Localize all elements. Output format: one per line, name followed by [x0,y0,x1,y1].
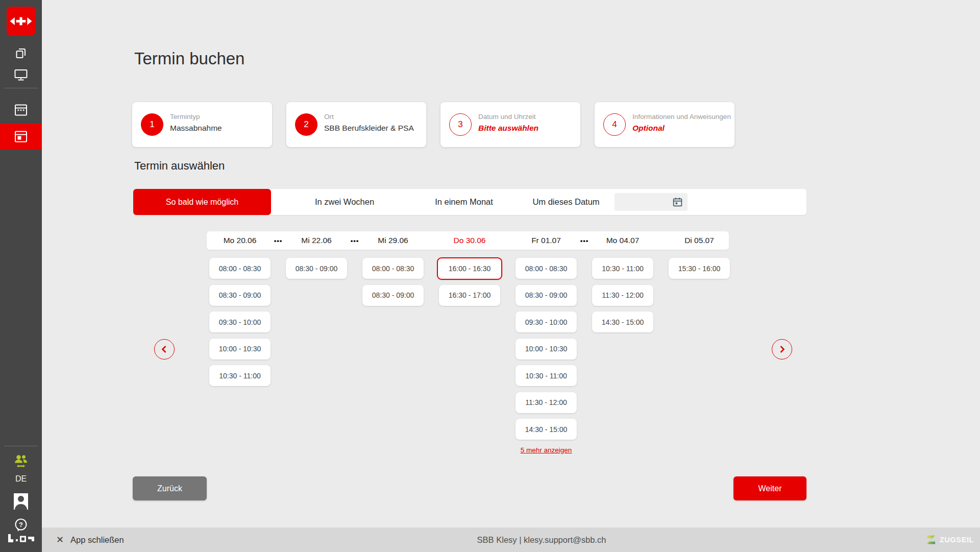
tab-in-einem-monat[interactable]: In einem Monat [435,189,493,215]
avatar[interactable] [14,493,28,510]
time-slot[interactable]: 08:00 - 08:30 [516,258,577,279]
day-header-label: Di 05.07 [684,236,714,245]
step-number-badge: 4 [603,113,626,136]
time-slot[interactable]: 10:00 - 10:30 [516,339,577,359]
step-card-informationen[interactable]: 4 Informationen und Anweisungen Optional [595,102,734,147]
time-slot[interactable]: 10:30 - 11:00 [516,365,577,386]
chevron-right-icon [777,345,787,354]
next-button[interactable]: Weiter [733,476,806,500]
back-button[interactable]: Zurück [133,476,207,500]
calendar-booking-icon [14,129,28,143]
time-slot[interactable]: 08:30 - 09:00 [516,285,577,306]
date-input[interactable] [615,193,688,211]
step-value: SBB Berufskleider & PSA [324,124,414,133]
day-column: 08:00 - 08:3008:30 - 09:0009:30 - 10:001… [209,258,271,386]
show-more-slots-link[interactable]: 5 mehr anzeigen [521,446,572,454]
language-label[interactable]: DE [0,474,42,484]
day-column: 08:00 - 08:3008:30 - 09:00 [362,258,424,306]
sidebar-divider [4,446,38,446]
time-slot[interactable]: 11:30 - 12:00 [516,392,577,413]
step-number-badge: 3 [449,113,472,136]
chevron-left-icon [160,345,169,354]
next-days-button[interactable] [772,339,792,359]
step-label: Datum und Uhrzeit [478,113,536,121]
time-slot[interactable]: 16:30 - 17:00 [439,285,500,306]
step-number-badge: 2 [295,113,317,136]
day-column: 08:00 - 08:3008:30 - 09:0009:30 - 10:001… [516,258,577,454]
day-header-label: Do 30.06 [454,236,486,245]
zugseil-z-icon [926,535,936,545]
collapsed-days-ellipsis: ••• [580,237,589,245]
app-brand-icon [7,533,36,543]
zugseil-label: ZUGSEIL [940,536,974,544]
tab-in-zwei-wochen[interactable]: In zwei Wochen [315,189,374,215]
date-filter-tabbar: So bald wie möglich In zwei Wochen In ei… [133,189,806,215]
user-language-switch-icon[interactable] [0,452,42,471]
time-slot[interactable]: 08:30 - 09:00 [362,285,424,306]
page-title: Termin buchen [134,49,244,68]
sidebar-item-booking-active[interactable] [0,124,42,149]
time-slot-selected[interactable]: 16:00 - 16:30 [437,257,502,280]
sbb-logo-icon [7,7,35,35]
day-header-label: Mi 29.06 [378,236,408,245]
zugseil-brand: ZUGSEIL [926,527,974,552]
day-column: 15:30 - 16:00 [669,258,730,279]
help-icon[interactable]: ? [0,516,42,534]
day-column: 10:30 - 11:0011:30 - 12:0014:30 - 15:00 [592,258,653,332]
day-header-label: Mo 20.06 [224,236,257,245]
time-slot[interactable]: 14:30 - 15:00 [516,419,577,440]
step-card-ort[interactable]: 2 Ort SBB Berufskleider & PSA [286,102,426,147]
tab-so-bald-wie-moeglich[interactable]: So bald wie möglich [133,189,271,215]
step-number-badge: 1 [141,113,163,136]
time-slot[interactable]: 08:30 - 09:00 [209,285,271,306]
time-slot[interactable]: 09:30 - 10:00 [209,311,271,332]
calendar-overview-icon[interactable] [0,101,42,119]
step-label: Ort [324,113,334,121]
svg-text:?: ? [19,521,23,529]
collapsed-days-ellipsis: ••• [274,237,283,245]
slots-area: 08:00 - 08:3008:30 - 09:0009:30 - 10:001… [207,258,729,462]
copy-icon[interactable] [0,44,42,62]
step-value: Bitte auswählen [478,124,538,133]
day-column: 16:00 - 16:3016:30 - 17:00 [439,258,500,306]
time-slot[interactable]: 10:00 - 10:30 [209,339,271,359]
time-slot[interactable]: 09:30 - 10:00 [516,311,577,332]
sidebar: DE ? [0,0,42,552]
section-title: Termin auswählen [134,159,225,173]
step-value: Optional [632,124,665,133]
monitor-icon[interactable] [0,65,42,84]
time-slot[interactable]: 08:00 - 08:30 [209,258,271,279]
collapsed-days-ellipsis: ••• [351,237,359,245]
time-slot[interactable]: 14:30 - 15:00 [592,311,653,332]
datepicker-calendar-icon [672,197,683,207]
day-header-label: Fr 01.07 [531,236,561,245]
time-slot[interactable]: 08:00 - 08:30 [362,258,424,279]
prev-days-button[interactable] [154,339,175,359]
time-slot[interactable]: 10:30 - 11:00 [592,258,653,279]
day-header-label: Mi 22.06 [301,236,331,245]
day-header-bar: Mo 20.06•••Mi 22.06•••Mi 29.06Do 30.06Fr… [207,231,729,250]
step-label: Informationen und Anweisungen [632,113,731,121]
day-header-label: Mo 04.07 [606,236,640,245]
session-info: SBB Klesy | klesy.support@sbb.ch [42,527,980,552]
bottom-bar: ✕ App schließen SBB Klesy | klesy.suppor… [42,527,980,552]
tab-um-dieses-datum[interactable]: Um dieses Datum [532,189,599,215]
time-slot[interactable]: 15:30 - 16:00 [669,258,730,279]
step-card-datum-uhrzeit[interactable]: 3 Datum und Uhrzeit Bitte auswählen [440,102,580,147]
time-slot[interactable]: 08:30 - 09:00 [286,258,347,279]
sidebar-divider [4,88,38,88]
time-slot[interactable]: 10:30 - 11:00 [209,365,271,386]
time-slot[interactable]: 11:30 - 12:00 [592,285,653,306]
step-label: Termintyp [170,113,200,121]
day-column: 08:30 - 09:00 [286,258,347,279]
step-value: Massabnahme [170,124,222,133]
step-card-termintyp[interactable]: 1 Termintyp Massabnahme [132,102,272,147]
